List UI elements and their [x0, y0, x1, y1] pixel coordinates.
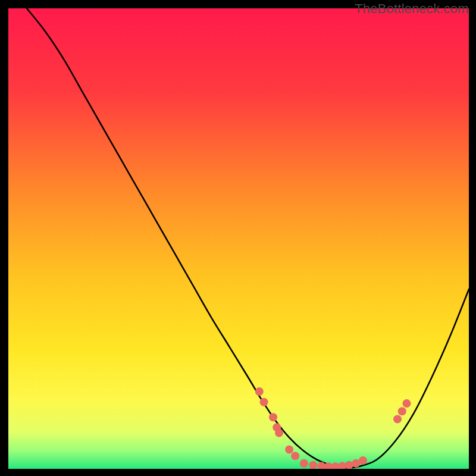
watermark: TheBottleneck.com — [355, 1, 469, 17]
scatter-dot — [275, 429, 283, 437]
scatter-dot — [398, 407, 406, 415]
chart-svg — [8, 8, 469, 469]
gradient-background — [8, 8, 469, 469]
scatter-dot — [260, 398, 268, 406]
scatter-dot — [300, 459, 308, 468]
scatter-dot — [393, 415, 402, 423]
chart-frame — [8, 8, 469, 469]
scatter-dot — [291, 452, 299, 460]
scatter-dot — [255, 387, 264, 396]
scatter-dot — [269, 413, 277, 421]
scatter-dot — [359, 456, 367, 465]
scatter-dot — [403, 399, 411, 408]
scatter-dot — [285, 445, 293, 453]
